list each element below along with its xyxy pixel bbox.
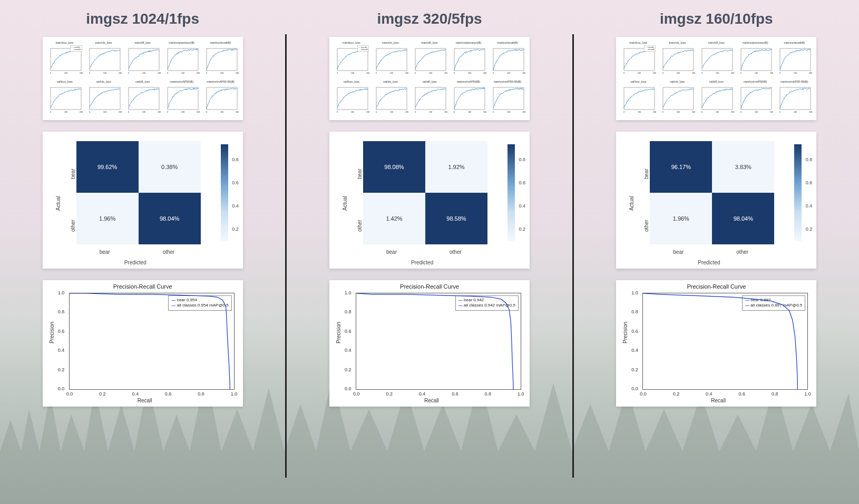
training-subplot: metrics/recall(B)0100200 bbox=[202, 40, 240, 78]
svg-rect-89 bbox=[702, 48, 733, 71]
training-subplot: metrics/recall(B)0100200 bbox=[775, 40, 813, 78]
svg-text:100: 100 bbox=[220, 111, 223, 113]
svg-text:0: 0 bbox=[454, 111, 455, 113]
svg-text:0: 0 bbox=[206, 111, 208, 113]
training-subplot: train/dfl_loss0100200 bbox=[697, 40, 735, 78]
svg-text:0: 0 bbox=[662, 72, 664, 74]
training-subplot: train/cls_loss0100200 bbox=[658, 40, 696, 78]
pr-curve-2: Precision-Recall Curve bear 0.942 all cl… bbox=[329, 280, 530, 407]
svg-text:100: 100 bbox=[716, 72, 719, 74]
svg-text:100: 100 bbox=[638, 111, 641, 113]
svg-text:100: 100 bbox=[677, 72, 680, 74]
svg-text:100: 100 bbox=[220, 72, 223, 74]
svg-text:100: 100 bbox=[351, 111, 355, 113]
svg-rect-109 bbox=[702, 87, 733, 110]
svg-text:200: 200 bbox=[809, 72, 813, 74]
svg-text:0: 0 bbox=[701, 72, 703, 74]
pr-curve-1: Precision-Recall Curve bear 0.954 all cl… bbox=[43, 280, 243, 407]
svg-text:200: 200 bbox=[118, 111, 122, 113]
svg-rect-41 bbox=[337, 48, 368, 71]
svg-text:200: 200 bbox=[235, 111, 239, 113]
svg-rect-113 bbox=[741, 87, 772, 110]
svg-text:100: 100 bbox=[638, 72, 641, 74]
svg-text:200: 200 bbox=[483, 111, 487, 113]
svg-text:200: 200 bbox=[196, 111, 200, 113]
column-3: imgsz 160/10fps train/box_loss0100200res… bbox=[574, 0, 859, 504]
svg-text:0: 0 bbox=[376, 111, 377, 113]
cm-ylabel: Actual bbox=[55, 196, 61, 211]
svg-text:0: 0 bbox=[89, 72, 91, 74]
svg-text:100: 100 bbox=[64, 72, 67, 74]
svg-text:100: 100 bbox=[468, 111, 472, 113]
svg-text:0: 0 bbox=[128, 111, 130, 113]
training-subplot: val/cls_loss0100200 bbox=[658, 79, 696, 117]
svg-rect-21 bbox=[51, 87, 81, 110]
comparison-columns: imgsz 1024/1fps train/box_loss0100200res… bbox=[0, 0, 859, 504]
svg-text:100: 100 bbox=[103, 111, 106, 113]
svg-rect-37 bbox=[207, 87, 237, 110]
training-subplot: train/dfl_loss0100200 bbox=[124, 40, 162, 78]
svg-rect-1 bbox=[51, 48, 81, 71]
training-subplot: train/box_loss0100200resultssmooth bbox=[46, 40, 84, 78]
svg-text:0: 0 bbox=[779, 111, 781, 113]
confusion-matrix-2: 98.08% 1.92% 1.42% 98.58% Actual Predict… bbox=[329, 132, 530, 269]
cm-cell-tl: 99.62% bbox=[76, 141, 139, 193]
svg-rect-85 bbox=[663, 48, 694, 71]
training-subplot: train/dfl_loss0100200 bbox=[411, 40, 448, 78]
svg-text:0: 0 bbox=[337, 72, 338, 74]
svg-rect-61 bbox=[337, 87, 368, 110]
svg-text:0: 0 bbox=[206, 72, 208, 74]
training-subplot: metrics/precision(B)0100200 bbox=[450, 40, 487, 78]
svg-rect-5 bbox=[90, 48, 120, 71]
svg-text:100: 100 bbox=[755, 111, 758, 113]
svg-text:200: 200 bbox=[522, 111, 526, 113]
svg-text:200: 200 bbox=[157, 72, 161, 74]
svg-rect-105 bbox=[663, 87, 694, 110]
svg-text:200: 200 bbox=[157, 111, 161, 113]
colorbar bbox=[221, 144, 228, 241]
svg-text:0: 0 bbox=[415, 111, 416, 113]
training-subplot: metrics/mAP50-95(B)0100200 bbox=[489, 79, 526, 117]
training-curves-panel-1: train/box_loss0100200resultssmoothtrain/… bbox=[43, 37, 243, 120]
svg-text:0: 0 bbox=[89, 111, 91, 113]
training-subplot: train/box_loss0100200resultssmooth bbox=[619, 40, 657, 78]
svg-rect-53 bbox=[454, 48, 485, 71]
svg-rect-65 bbox=[376, 87, 407, 110]
svg-text:100: 100 bbox=[142, 111, 145, 113]
svg-text:0: 0 bbox=[376, 72, 377, 74]
svg-rect-29 bbox=[129, 87, 159, 110]
svg-text:200: 200 bbox=[405, 72, 409, 74]
cm-cell-bl: 1.96% bbox=[76, 193, 139, 244]
training-subplot: val/cls_loss0100200 bbox=[85, 79, 123, 117]
svg-text:0: 0 bbox=[623, 111, 625, 113]
svg-text:100: 100 bbox=[390, 72, 394, 74]
cm-cell-tr: 0.38% bbox=[139, 141, 201, 193]
svg-text:0: 0 bbox=[493, 72, 494, 74]
svg-rect-117 bbox=[780, 87, 811, 110]
training-subplot: val/dfl_loss0100200 bbox=[697, 79, 735, 117]
confusion-matrix-1: 99.62% 0.38% 1.96% 98.04% Actual Predict… bbox=[43, 132, 243, 269]
svg-rect-45 bbox=[376, 48, 407, 71]
svg-rect-13 bbox=[168, 48, 198, 71]
svg-text:200: 200 bbox=[653, 72, 657, 74]
svg-text:200: 200 bbox=[366, 111, 370, 113]
training-subplot: val/cls_loss0100200 bbox=[372, 79, 409, 117]
svg-text:0: 0 bbox=[50, 111, 52, 113]
svg-text:100: 100 bbox=[468, 72, 472, 74]
svg-text:100: 100 bbox=[677, 111, 680, 113]
svg-text:200: 200 bbox=[444, 111, 448, 113]
svg-text:100: 100 bbox=[142, 72, 145, 74]
svg-text:200: 200 bbox=[79, 72, 83, 74]
svg-text:0: 0 bbox=[50, 72, 52, 74]
pr-curve-3: Precision-Recall Curve bear 0.897 all cl… bbox=[616, 280, 816, 407]
training-subplot: metrics/mAP50(B)0100200 bbox=[736, 79, 774, 117]
training-subplot: train/cls_loss0100200 bbox=[85, 40, 123, 78]
svg-text:100: 100 bbox=[390, 111, 394, 113]
svg-text:200: 200 bbox=[366, 72, 370, 74]
training-subplot: metrics/mAP50(B)0100200 bbox=[450, 79, 487, 117]
training-subplot: metrics/precision(B)0100200 bbox=[736, 40, 774, 78]
svg-text:100: 100 bbox=[351, 72, 355, 74]
svg-text:200: 200 bbox=[731, 72, 735, 74]
training-subplot: train/cls_loss0100200 bbox=[372, 40, 409, 78]
column-title-2: imgsz 320/5fps bbox=[377, 11, 482, 27]
